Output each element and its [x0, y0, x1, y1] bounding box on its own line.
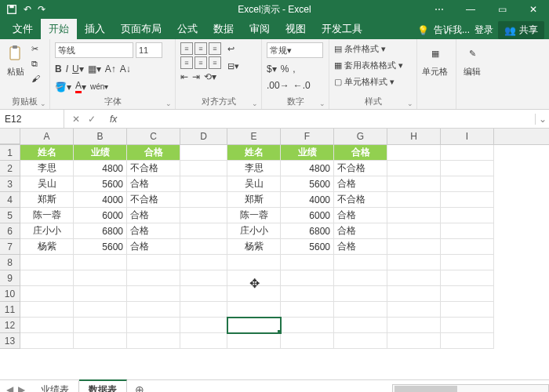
- cell[interactable]: 李思: [20, 161, 74, 176]
- cell[interactable]: [387, 333, 441, 349]
- cell[interactable]: [180, 255, 227, 270]
- cell[interactable]: [441, 208, 494, 223]
- tab-review[interactable]: 审阅: [242, 19, 278, 39]
- cell[interactable]: 李思: [227, 161, 281, 176]
- cell[interactable]: [180, 302, 227, 318]
- orientation-button[interactable]: ⟲▾: [204, 71, 216, 82]
- copy-button[interactable]: ⧉: [31, 57, 40, 70]
- cell[interactable]: [127, 286, 180, 302]
- ribbon-options-icon[interactable]: ⋯: [424, 0, 455, 19]
- col-header[interactable]: C: [127, 129, 180, 144]
- editing-button[interactable]: ✎编辑: [461, 42, 483, 78]
- paste-button[interactable]: 粘贴: [5, 42, 27, 78]
- tab-data[interactable]: 数据: [205, 19, 242, 39]
- cell[interactable]: [387, 145, 441, 161]
- cell[interactable]: [281, 318, 334, 333]
- tab-view[interactable]: 视图: [278, 19, 314, 39]
- table-format-button[interactable]: ▦套用表格格式▾: [334, 59, 403, 71]
- cell[interactable]: [227, 333, 281, 349]
- cell[interactable]: 吴山: [227, 176, 281, 192]
- cell[interactable]: 杨紫: [227, 239, 281, 255]
- cell[interactable]: 5600: [281, 239, 334, 255]
- cell[interactable]: [441, 239, 494, 255]
- tab-insert[interactable]: 插入: [77, 19, 113, 39]
- conditional-format-button[interactable]: ▤条件格式▾: [334, 42, 403, 55]
- cell[interactable]: [441, 192, 494, 208]
- cell[interactable]: [441, 270, 494, 286]
- format-painter-button[interactable]: 🖌: [31, 72, 40, 85]
- cells-button[interactable]: ▦单元格: [422, 42, 448, 78]
- shrink-font-button[interactable]: A↓: [120, 64, 131, 74]
- cell[interactable]: 姓名: [20, 145, 74, 161]
- cell[interactable]: [281, 286, 334, 302]
- expand-formula-icon[interactable]: ⌄: [535, 114, 549, 125]
- cell[interactable]: [441, 176, 494, 192]
- cell[interactable]: [180, 145, 227, 161]
- horizontal-scrollbar[interactable]: [392, 384, 549, 393]
- cell[interactable]: 5600: [74, 239, 127, 255]
- increase-decimal-button[interactable]: .00→: [267, 80, 289, 91]
- cell[interactable]: [387, 318, 441, 333]
- cell[interactable]: [281, 302, 334, 318]
- row-header[interactable]: 2: [0, 161, 20, 176]
- align-grid[interactable]: ≡≡≡≡≡≡: [180, 42, 221, 69]
- cell[interactable]: 合格: [127, 239, 180, 255]
- cell[interactable]: [180, 333, 227, 349]
- cell[interactable]: [74, 255, 127, 270]
- maximize-icon[interactable]: ▭: [486, 0, 518, 19]
- sheet-tab[interactable]: 数据表: [79, 379, 127, 392]
- cell[interactable]: 郑斯: [227, 192, 281, 208]
- save-icon[interactable]: [6, 4, 17, 15]
- row-header[interactable]: 12: [0, 318, 20, 333]
- cell[interactable]: 吴山: [20, 176, 74, 192]
- col-header[interactable]: D: [180, 129, 227, 144]
- cell[interactable]: 合格: [127, 208, 180, 223]
- cell[interactable]: 姓名: [227, 145, 281, 161]
- select-all-corner[interactable]: [0, 129, 20, 144]
- indent-decrease-button[interactable]: ⇤: [180, 71, 188, 82]
- cell[interactable]: 合格: [334, 145, 387, 161]
- cell[interactable]: [281, 255, 334, 270]
- cell[interactable]: [441, 318, 494, 333]
- cell[interactable]: 业绩: [74, 145, 127, 161]
- cell[interactable]: [281, 333, 334, 349]
- row-header[interactable]: 6: [0, 223, 20, 239]
- cell[interactable]: 不合格: [334, 161, 387, 176]
- cell[interactable]: [127, 318, 180, 333]
- cell[interactable]: 6000: [281, 208, 334, 223]
- cell[interactable]: [180, 208, 227, 223]
- minimize-icon[interactable]: —: [455, 0, 486, 19]
- bold-button[interactable]: B: [55, 64, 62, 74]
- cell[interactable]: [74, 286, 127, 302]
- cell[interactable]: [180, 270, 227, 286]
- formula-input[interactable]: [123, 110, 535, 128]
- col-header[interactable]: A: [20, 129, 74, 144]
- cell[interactable]: [127, 333, 180, 349]
- cell[interactable]: [334, 333, 387, 349]
- col-header[interactable]: E: [227, 129, 281, 144]
- row-header[interactable]: 10: [0, 286, 20, 302]
- cell[interactable]: 庄小小: [20, 223, 74, 239]
- cell[interactable]: [20, 255, 74, 270]
- currency-button[interactable]: $▾: [267, 64, 277, 74]
- cell[interactable]: 5600: [74, 176, 127, 192]
- col-header[interactable]: B: [74, 129, 127, 144]
- cell[interactable]: [227, 318, 281, 333]
- cell[interactable]: 业绩: [281, 145, 334, 161]
- number-format-select[interactable]: 常规 ▾: [267, 42, 323, 58]
- row-header[interactable]: 5: [0, 208, 20, 223]
- row-header[interactable]: 3: [0, 176, 20, 192]
- cell[interactable]: [180, 318, 227, 333]
- cell[interactable]: [441, 223, 494, 239]
- cell[interactable]: [180, 161, 227, 176]
- cell[interactable]: [334, 255, 387, 270]
- italic-button[interactable]: I: [66, 64, 68, 74]
- cell[interactable]: [20, 270, 74, 286]
- tab-file[interactable]: 文件: [5, 19, 41, 39]
- col-header[interactable]: H: [387, 129, 441, 144]
- cell[interactable]: [281, 270, 334, 286]
- cell[interactable]: [20, 333, 74, 349]
- cut-button[interactable]: ✂: [31, 42, 40, 55]
- enter-formula-icon[interactable]: ✓: [88, 114, 96, 125]
- cell-style-button[interactable]: ▢单元格样式▾: [334, 75, 403, 88]
